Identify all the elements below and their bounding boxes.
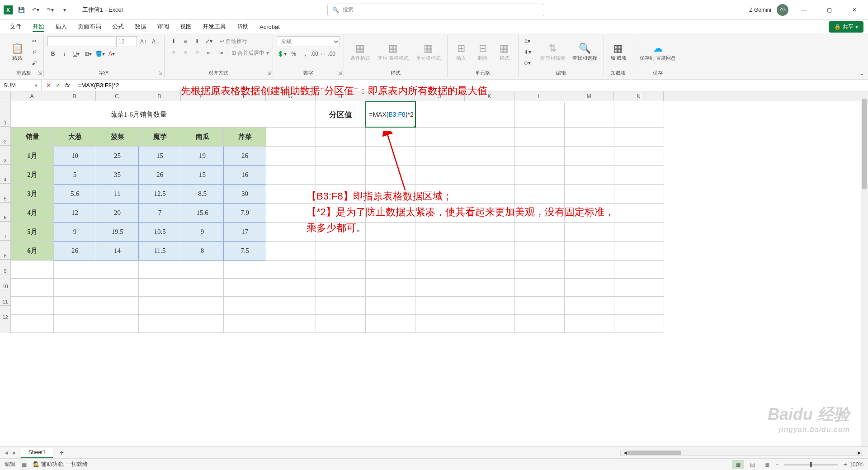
cell[interactable] bbox=[96, 260, 139, 278]
cell[interactable] bbox=[415, 296, 465, 314]
cell[interactable] bbox=[415, 102, 465, 127]
page-layout-view-button[interactable]: ▤ bbox=[746, 460, 758, 469]
cell[interactable] bbox=[96, 314, 139, 332]
cell[interactable] bbox=[181, 314, 224, 332]
cell[interactable] bbox=[54, 278, 96, 296]
tab-home[interactable]: 开始 bbox=[27, 20, 50, 33]
cell[interactable]: 10.5 bbox=[139, 222, 181, 241]
cell[interactable] bbox=[266, 260, 316, 278]
font-name-select[interactable] bbox=[47, 36, 115, 47]
cell[interactable]: 26 bbox=[54, 241, 96, 260]
cell[interactable]: 南瓜 bbox=[181, 127, 224, 146]
cell[interactable]: 4月 bbox=[11, 203, 54, 222]
cell[interactable] bbox=[565, 146, 614, 165]
cell[interactable] bbox=[614, 222, 664, 241]
cell[interactable]: 12 bbox=[54, 203, 96, 222]
cell[interactable] bbox=[224, 260, 266, 278]
undo-button[interactable]: ↶▾ bbox=[30, 4, 42, 16]
cell[interactable] bbox=[366, 296, 415, 314]
cell[interactable] bbox=[415, 314, 465, 332]
cell[interactable] bbox=[614, 146, 664, 165]
redo-button[interactable]: ↷▾ bbox=[44, 4, 56, 16]
cell[interactable] bbox=[614, 278, 664, 296]
cell[interactable]: 2月 bbox=[11, 165, 54, 184]
cell[interactable] bbox=[465, 241, 515, 260]
cell[interactable]: 35 bbox=[96, 165, 139, 184]
baidu-save-button[interactable]: ☁保存到 百度网盘 bbox=[637, 36, 679, 68]
underline-button[interactable]: U▾ bbox=[71, 49, 82, 59]
cell[interactable] bbox=[415, 127, 465, 146]
bold-button[interactable]: B bbox=[47, 49, 58, 59]
cell[interactable] bbox=[11, 278, 54, 296]
cell[interactable] bbox=[465, 127, 515, 146]
vertical-scrollbar[interactable] bbox=[861, 97, 868, 446]
cell[interactable]: 6月 bbox=[11, 241, 54, 260]
align-center-button[interactable]: ≡ bbox=[180, 48, 191, 58]
cell[interactable]: 26 bbox=[139, 165, 181, 184]
cell[interactable] bbox=[139, 260, 181, 278]
spreadsheet-grid[interactable]: ABCDEFGHIJKLMN 123456789101112 蔬菜1-6月销售数… bbox=[0, 91, 868, 435]
select-all-corner[interactable] bbox=[0, 91, 11, 101]
table-title[interactable]: 蔬菜1-6月销售数量 bbox=[11, 102, 266, 127]
cell[interactable]: 11.5 bbox=[139, 241, 181, 260]
delete-cells-button[interactable]: ⊟删除 bbox=[473, 36, 493, 68]
row-header-5[interactable]: 5 bbox=[0, 184, 10, 203]
row-header-1[interactable]: 1 bbox=[0, 101, 10, 127]
cell[interactable] bbox=[465, 146, 515, 165]
cell[interactable] bbox=[366, 260, 415, 278]
cell[interactable] bbox=[515, 146, 565, 165]
sheet-prev-button[interactable]: ◄ bbox=[4, 450, 9, 456]
addins-button[interactable]: ▦加 载项 bbox=[608, 36, 629, 68]
cell[interactable] bbox=[266, 102, 316, 127]
cell[interactable]: 8.5 bbox=[181, 184, 224, 203]
cell[interactable] bbox=[515, 296, 565, 314]
cell[interactable] bbox=[139, 296, 181, 314]
tab-data[interactable]: 数据 bbox=[129, 20, 152, 33]
cell[interactable]: 7.5 bbox=[224, 241, 266, 260]
find-select-button[interactable]: 🔍查找和选择 bbox=[570, 36, 600, 68]
align-bottom-button[interactable]: ⬇ bbox=[192, 36, 203, 46]
percent-button[interactable]: % bbox=[288, 49, 299, 59]
cell[interactable] bbox=[266, 278, 316, 296]
cell[interactable]: 分区值 bbox=[316, 102, 366, 127]
paste-button[interactable]: 📋粘贴 bbox=[7, 36, 27, 68]
cell[interactable] bbox=[266, 241, 316, 260]
cell[interactable] bbox=[316, 278, 366, 296]
page-break-view-button[interactable]: ▥ bbox=[761, 460, 773, 469]
cell[interactable] bbox=[415, 146, 465, 165]
zoom-out-button[interactable]: − bbox=[775, 461, 778, 468]
clipboard-launcher-icon[interactable]: ⇲ bbox=[38, 71, 42, 76]
cell[interactable]: 20 bbox=[96, 203, 139, 222]
cell[interactable] bbox=[224, 296, 266, 314]
zoom-level[interactable]: 100% bbox=[849, 461, 863, 468]
cell[interactable] bbox=[266, 146, 316, 165]
format-cells-button[interactable]: ▦格式 bbox=[495, 36, 514, 68]
row-header-6[interactable]: 6 bbox=[0, 203, 10, 222]
col-header-C[interactable]: C bbox=[96, 91, 138, 101]
cell[interactable] bbox=[465, 314, 515, 332]
cell[interactable] bbox=[614, 184, 664, 203]
font-launcher-icon[interactable]: ⇲ bbox=[159, 71, 162, 76]
cell[interactable] bbox=[96, 278, 139, 296]
cell[interactable] bbox=[54, 314, 96, 332]
cell[interactable] bbox=[515, 241, 565, 260]
cell[interactable]: 30 bbox=[224, 184, 266, 203]
cell[interactable] bbox=[181, 260, 224, 278]
align-left-button[interactable]: ≡ bbox=[168, 48, 179, 58]
cell[interactable] bbox=[415, 260, 465, 278]
cell[interactable] bbox=[366, 146, 415, 165]
minimize-button[interactable]: — bbox=[794, 3, 814, 17]
cell[interactable]: 17 bbox=[224, 222, 266, 241]
cell[interactable] bbox=[515, 127, 565, 146]
col-header-M[interactable]: M bbox=[564, 91, 614, 101]
row-header-11[interactable]: 11 bbox=[0, 290, 10, 306]
col-header-N[interactable]: N bbox=[614, 91, 664, 101]
align-middle-button[interactable]: ≡ bbox=[180, 36, 191, 46]
cell[interactable]: 9 bbox=[54, 222, 96, 241]
sheet-tab-1[interactable]: Sheet1 bbox=[21, 447, 53, 458]
cell[interactable] bbox=[565, 278, 614, 296]
cell-styles-button[interactable]: ▦单元格样式 bbox=[413, 36, 443, 68]
indent-decrease-button[interactable]: ⇤ bbox=[203, 48, 214, 58]
format-painter-button[interactable]: 🖌 bbox=[29, 58, 40, 68]
row-header-9[interactable]: 9 bbox=[0, 260, 10, 275]
